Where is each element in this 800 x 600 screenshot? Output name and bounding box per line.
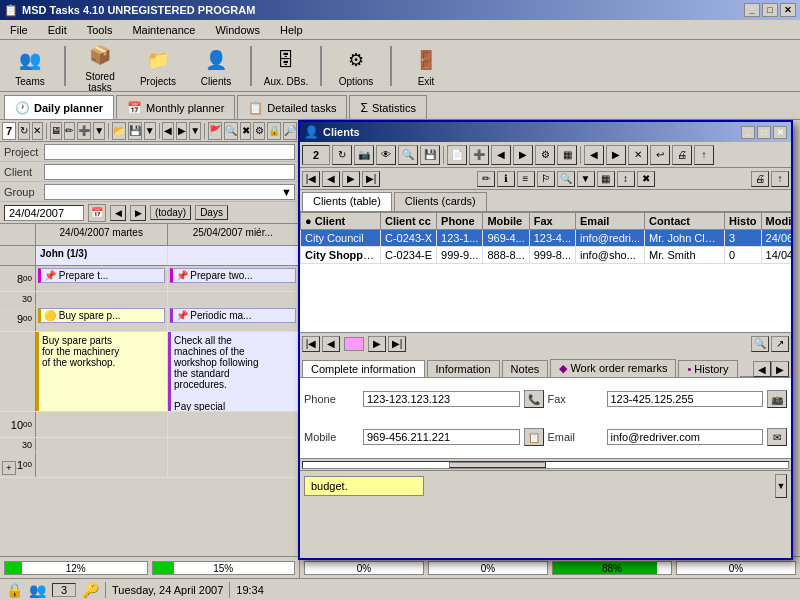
- tb2-monitor[interactable]: 🖥: [50, 122, 62, 140]
- minimize-button[interactable]: _: [744, 3, 760, 17]
- task-prepare-two[interactable]: 📌 Prepare two...: [170, 268, 297, 283]
- nav-arrow[interactable]: ↕: [617, 171, 635, 187]
- menu-windows[interactable]: Windows: [209, 22, 266, 38]
- mt-print[interactable]: 🖨: [672, 145, 692, 165]
- email-action-btn[interactable]: ✉: [767, 428, 787, 446]
- toolbar-teams[interactable]: 👥 Teams: [4, 41, 56, 90]
- mt-nav[interactable]: ◀: [491, 145, 511, 165]
- project-input[interactable]: [44, 144, 295, 160]
- tab-daily-planner[interactable]: 🕐 Daily planner: [4, 95, 114, 119]
- nav-edit[interactable]: ✏: [477, 171, 495, 187]
- nav-print2[interactable]: 🖨: [751, 171, 769, 187]
- tab-monthly-planner[interactable]: 📅 Monthly planner: [116, 95, 235, 119]
- tb2-dropdown[interactable]: ▼: [93, 122, 105, 140]
- vscroll-down[interactable]: ▼: [775, 474, 787, 498]
- tb2-filter[interactable]: 🔍: [224, 122, 238, 140]
- info-nav-right[interactable]: ▶: [771, 361, 789, 377]
- nav-flag[interactable]: 🏳: [537, 171, 555, 187]
- table-row-2[interactable]: City Shopping C-0234-E 999-9... 888-8...…: [301, 247, 792, 264]
- nav-grid2[interactable]: ▦: [597, 171, 615, 187]
- menu-maintenance[interactable]: Maintenance: [126, 22, 201, 38]
- task-prepare-t[interactable]: 📌 Prepare t...: [38, 268, 165, 283]
- tb2-save[interactable]: 💾: [128, 122, 142, 140]
- tb2-magnify[interactable]: 🔎: [283, 122, 297, 140]
- mt-plus[interactable]: ➕: [469, 145, 489, 165]
- toolbar-projects[interactable]: 📁 Projects: [132, 41, 184, 90]
- mt-eye[interactable]: 👁: [376, 145, 396, 165]
- task-periodic[interactable]: 📌 Periodic ma...: [170, 308, 297, 323]
- mt-arrow-right[interactable]: ▶: [606, 145, 626, 165]
- rec-prev[interactable]: ◀: [322, 336, 340, 352]
- menu-help[interactable]: Help: [274, 22, 309, 38]
- modal-close[interactable]: ✕: [773, 126, 787, 139]
- toolbar-options[interactable]: ⚙ Options: [330, 41, 382, 90]
- tab-detailed-tasks[interactable]: 📋 Detailed tasks: [237, 95, 347, 119]
- info-tab-history[interactable]: History: [678, 360, 737, 377]
- tb2-folder[interactable]: 📂: [112, 122, 126, 140]
- nav-info[interactable]: ℹ: [497, 171, 515, 187]
- menu-file[interactable]: File: [4, 22, 34, 38]
- toolbar-exit[interactable]: 🚪 Exit: [400, 41, 452, 90]
- tb2-nav2[interactable]: ▶: [176, 122, 188, 140]
- rec-export[interactable]: ↗: [771, 336, 789, 352]
- phone-action-btn[interactable]: 📞: [524, 390, 544, 408]
- calendar-icon-btn[interactable]: 📅: [88, 204, 106, 222]
- mt-save[interactable]: 💾: [420, 145, 440, 165]
- tb2-lock[interactable]: 🔒: [267, 122, 281, 140]
- nav-filter[interactable]: ▼: [577, 171, 595, 187]
- toolbar-stored-tasks[interactable]: 📦 Stored tasks: [74, 36, 126, 96]
- mt-arrow-up[interactable]: ↑: [694, 145, 714, 165]
- mt-refresh[interactable]: ↻: [332, 145, 352, 165]
- tb2-delete[interactable]: ✕: [32, 122, 44, 140]
- nav-first[interactable]: |◀: [302, 171, 320, 187]
- nav-search[interactable]: 🔍: [557, 171, 575, 187]
- group-combo[interactable]: ▼: [44, 184, 295, 200]
- nav-prev[interactable]: ◀: [322, 171, 340, 187]
- nav-up[interactable]: ↑: [771, 171, 789, 187]
- mt-delete[interactable]: ✕: [628, 145, 648, 165]
- info-tab-complete[interactable]: Complete information: [302, 360, 425, 377]
- info-tab-information[interactable]: Information: [427, 360, 500, 377]
- mt-undo[interactable]: ↩: [650, 145, 670, 165]
- close-button[interactable]: ✕: [780, 3, 796, 17]
- mt-arrow-left[interactable]: ◀: [584, 145, 604, 165]
- tb2-plus[interactable]: ➕: [77, 122, 91, 140]
- today-btn[interactable]: (today): [150, 205, 191, 220]
- fax-action-btn[interactable]: 📠: [767, 390, 787, 408]
- mobile-action-btn[interactable]: 📋: [524, 428, 544, 446]
- tab-statistics[interactable]: Σ Statistics: [349, 95, 426, 119]
- nav-last[interactable]: ▶|: [362, 171, 380, 187]
- rec-first[interactable]: |◀: [302, 336, 320, 352]
- task-buy-spare-detail[interactable]: Buy spare partsfor the machineryof the w…: [36, 332, 168, 411]
- rec-next[interactable]: ▶: [368, 336, 386, 352]
- modal-maximize[interactable]: □: [757, 126, 771, 139]
- table-row-1[interactable]: City Council C-0243-X 123-1... 969-4... …: [301, 230, 792, 247]
- nav-delete[interactable]: ✖: [637, 171, 655, 187]
- next-day-btn[interactable]: ▶: [130, 205, 146, 221]
- tb2-refresh[interactable]: ↻: [18, 122, 30, 140]
- mt-new[interactable]: 📄: [447, 145, 467, 165]
- task-periodic-detail[interactable]: Check all themachines of theworkshop fol…: [168, 332, 299, 411]
- tb2-nav1[interactable]: ◀: [162, 122, 174, 140]
- toolbar-aux-dbs[interactable]: 🗄 Aux. DBs.: [260, 41, 312, 90]
- tb2-flag[interactable]: 🚩: [208, 122, 222, 140]
- mt-search[interactable]: 🔍: [398, 145, 418, 165]
- tb2-config[interactable]: ⚙: [253, 122, 265, 140]
- mt-nav2[interactable]: ▶: [513, 145, 533, 165]
- info-tab-work-order[interactable]: Work order remarks: [550, 359, 676, 377]
- maximize-button[interactable]: □: [762, 3, 778, 17]
- toolbar-clients[interactable]: 👤 Clients: [190, 41, 242, 90]
- mt-config[interactable]: ⚙: [535, 145, 555, 165]
- tab-clients-cards[interactable]: Clients (cards): [394, 192, 487, 211]
- prev-day-btn[interactable]: ◀: [110, 205, 126, 221]
- add-task-btn[interactable]: +: [2, 461, 16, 475]
- tb2-cancel[interactable]: ✖: [240, 122, 252, 140]
- rec-filter[interactable]: 🔍: [751, 336, 769, 352]
- days-btn[interactable]: Days: [195, 205, 228, 220]
- tb2-dropdown2[interactable]: ▼: [144, 122, 156, 140]
- client-input[interactable]: [44, 164, 295, 180]
- rec-last[interactable]: ▶|: [388, 336, 406, 352]
- tb2-nav3[interactable]: ▼: [189, 122, 201, 140]
- menu-edit[interactable]: Edit: [42, 22, 73, 38]
- mt-camera[interactable]: 📷: [354, 145, 374, 165]
